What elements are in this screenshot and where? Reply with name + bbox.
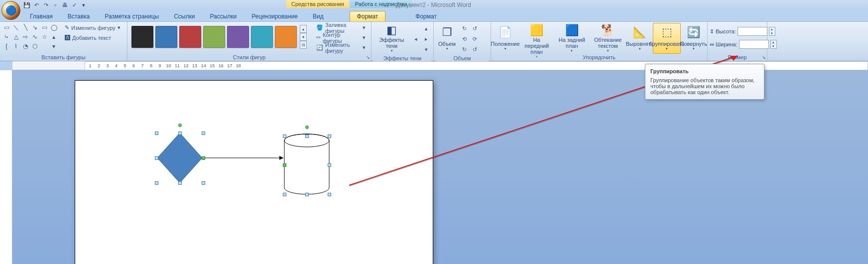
tab-references[interactable]: Ссылки — [167, 11, 202, 21]
shape-curve-icon[interactable]: ∿ — [30, 32, 39, 41]
tilt-left-icon[interactable]: ⟲ — [459, 34, 469, 44]
group-button[interactable]: ⬚Группировать▾ — [653, 23, 681, 54]
shape-rect2-icon[interactable]: ▭ — [40, 23, 49, 32]
resize-handle[interactable] — [328, 163, 331, 167]
3d-effects-button[interactable]: ❒ Объем▾ — [436, 23, 458, 54]
text-wrap-button[interactable]: 🐕Обтекание текстом▾ — [589, 23, 626, 54]
style-swatch[interactable] — [203, 26, 225, 48]
connector-handle[interactable] — [283, 163, 286, 167]
shape-star-icon[interactable]: ☆ — [40, 32, 49, 41]
shape-blank-icon[interactable] — [40, 42, 49, 51]
spellcheck-icon[interactable]: ✓ — [70, 1, 78, 9]
add-text-button[interactable]: 🅰Добавить текст — [61, 33, 124, 42]
gallery-more-icon[interactable]: ⊟ — [300, 41, 307, 49]
rotate-button[interactable]: 🔄Повернуть▾ — [682, 23, 705, 54]
gallery-up-icon[interactable]: ▴ — [300, 25, 307, 33]
tab-view[interactable]: Вид — [306, 11, 331, 21]
page[interactable] — [75, 80, 433, 264]
style-swatch[interactable] — [131, 26, 153, 48]
qat-more-icon[interactable]: ▾ — [80, 1, 88, 9]
shape-rect-icon[interactable]: ▭ — [2, 23, 11, 32]
tab-mailings[interactable]: Рассылки — [203, 11, 244, 21]
resize-handle[interactable] — [283, 134, 286, 138]
tab-format-textbox[interactable]: Формат — [408, 11, 444, 21]
nudge-left-icon[interactable]: ◂ — [411, 34, 421, 44]
shape-arrow-icon[interactable]: ↘ — [30, 23, 39, 32]
gallery-down-icon[interactable]: ▾ — [300, 33, 307, 41]
style-swatch[interactable] — [227, 26, 249, 48]
bring-front-button[interactable]: 🟨На передний план▾ — [518, 23, 555, 54]
tilt-dn-icon[interactable]: ↻ — [459, 45, 469, 54]
resize-handle[interactable] — [202, 132, 205, 135]
position-button[interactable]: 📄Положение▾ — [493, 23, 517, 54]
shape-oval-icon[interactable]: ◯ — [49, 23, 58, 32]
redo-icon[interactable]: ↷ — [42, 1, 50, 9]
resize-handle[interactable] — [178, 181, 182, 185]
shape-poly-icon[interactable]: ⬡ — [30, 42, 39, 51]
style-swatch[interactable] — [155, 26, 177, 48]
resize-handle[interactable] — [155, 156, 158, 160]
resize-handle[interactable] — [305, 193, 309, 196]
tab-format-drawing[interactable]: Формат — [350, 11, 386, 21]
print-icon[interactable]: 🖶 — [61, 1, 69, 9]
connector-handle[interactable] — [202, 156, 205, 160]
undo-icon[interactable]: ↶ — [32, 1, 40, 9]
resize-handle[interactable] — [155, 181, 158, 185]
shape-freeform-icon[interactable]: ⌇ — [11, 42, 20, 51]
style-swatch[interactable] — [251, 26, 273, 48]
tab-home[interactable]: Главная — [23, 11, 60, 21]
tilt-up2-icon[interactable]: ↺ — [470, 24, 480, 33]
group-arrange: 📄Положение▾ 🟨На передний план▾ 🟦На задни… — [491, 22, 708, 61]
nudge-up-icon[interactable]: ▴ — [421, 24, 431, 33]
shape-scroll-up-icon[interactable]: ▴ — [49, 32, 58, 41]
shape-outline-button[interactable]: ✏Контур фигуры▾ — [313, 33, 369, 42]
shadow-effects-button[interactable]: ◧ Эффекты тени▾ — [373, 23, 410, 54]
width-spinner[interactable]: ▴▾ — [770, 40, 777, 49]
shapes-gallery[interactable]: ▭＼╲↘▭◯ ⤷△⇨∿☆▴ {⌇◔⬡ ▾ — [2, 23, 58, 51]
tilt-right-icon[interactable]: ⟳ — [470, 34, 480, 44]
shape-fill-button[interactable]: 🪣Заливка фигуры▾ — [313, 23, 369, 32]
shape-line-icon[interactable]: ＼ — [11, 23, 20, 32]
dialog-launcher-icon[interactable]: ↘ — [366, 55, 370, 60]
resize-handle[interactable] — [155, 132, 158, 135]
dialog-launcher-icon[interactable]: ↘ — [762, 55, 766, 60]
shape-line2-icon[interactable]: ╲ — [21, 23, 30, 32]
style-swatch[interactable] — [275, 26, 297, 48]
office-button[interactable]: 🔵 — [1, 1, 20, 20]
shape-scroll-dn-icon[interactable]: ▾ — [49, 42, 58, 51]
shape-diamond[interactable] — [157, 133, 202, 183]
change-shape-button[interactable]: 🔄Изменить фигуру▾ — [313, 43, 369, 52]
rotate-handle[interactable] — [178, 124, 182, 127]
tab-review[interactable]: Рецензирование — [245, 11, 305, 21]
save-icon[interactable]: 💾 — [23, 1, 31, 9]
tilt-dn2-icon[interactable]: ↺ — [470, 45, 480, 54]
ruler-vertical[interactable] — [0, 70, 12, 264]
shape-conn-icon[interactable]: ⤷ — [2, 32, 11, 41]
nudge-right-icon[interactable]: ▸ — [421, 34, 431, 44]
nudge-down-icon[interactable]: ▾ — [421, 45, 431, 54]
shape-callout-icon[interactable]: ◔ — [21, 42, 30, 51]
resize-handle[interactable] — [328, 134, 331, 138]
send-back-button[interactable]: 🟦На задний план▾ — [556, 23, 588, 54]
shape-rarrow-icon[interactable]: ⇨ — [21, 32, 30, 41]
tilt-up-icon[interactable]: ↻ — [459, 24, 469, 33]
align-button[interactable]: 📐Выровнять▾ — [628, 23, 652, 54]
resize-handle[interactable] — [283, 193, 286, 196]
resize-handle[interactable] — [328, 193, 331, 196]
style-swatch[interactable] — [179, 26, 201, 48]
style-gallery[interactable]: ▴ ▾ ⊟ — [129, 23, 309, 51]
height-input[interactable] — [738, 27, 767, 36]
resize-handle[interactable] — [305, 134, 309, 138]
width-input[interactable] — [739, 40, 769, 49]
new-icon[interactable]: ▫ — [51, 1, 59, 9]
shape-cylinder[interactable] — [284, 134, 329, 194]
height-spinner[interactable]: ▴▾ — [769, 27, 775, 36]
resize-handle[interactable] — [202, 181, 205, 185]
shape-brace-icon[interactable]: { — [2, 42, 11, 51]
tab-layout[interactable]: Разметка страницы — [98, 11, 166, 21]
shape-tri-icon[interactable]: △ — [11, 32, 20, 41]
rotate-handle[interactable] — [305, 126, 309, 129]
edit-shape-button[interactable]: ✎Изменить фигуру▾ — [61, 23, 124, 32]
tab-insert[interactable]: Вставка — [61, 11, 97, 21]
resize-handle[interactable] — [178, 132, 182, 135]
